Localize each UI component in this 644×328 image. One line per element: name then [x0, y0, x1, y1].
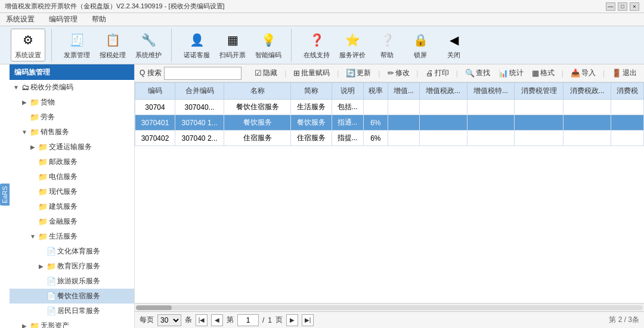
tree-toggle-goods[interactable]: ▶ [20, 98, 29, 107]
horizontal-scrollbar[interactable] [135, 303, 644, 311]
tree-item-education[interactable]: ▶ 📁 教育医疗服务 [10, 259, 134, 274]
tree-label-sales: 销售服务 [41, 127, 69, 137]
total-pages: 1 [268, 316, 272, 324]
update-label: 更新 [357, 68, 371, 78]
tree-item-culture[interactable]: ▶ 📄 文化体育服务 [10, 244, 134, 259]
tree-toggle-life[interactable]: ▼ [29, 233, 37, 241]
toolbar-scan-invoice[interactable]: ▦ 扫码开票 [216, 29, 249, 61]
title-bar-buttons: — □ × [606, 2, 639, 11]
tax-icon: 📋 [103, 30, 122, 49]
cell-abbr-1: 生活服务 [291, 100, 332, 115]
cell-code-2: 3070401 [135, 115, 175, 131]
maximize-button[interactable]: □ [618, 2, 627, 11]
prev-page-btn[interactable]: ◀ [211, 314, 223, 326]
last-page-btn[interactable]: ▶| [302, 314, 314, 326]
tree-label-construct: 建筑服务 [49, 202, 78, 212]
tree-item-catering[interactable]: ▶ 📄 餐饮住宿服务 [10, 289, 134, 304]
tree-item-finance[interactable]: ▶ 📁 金融服务 [10, 214, 134, 229]
import-btn[interactable]: 📥 导入 [568, 67, 598, 79]
batch-icon: ⊞ [293, 69, 300, 78]
page-size-select[interactable]: 30 50 100 [157, 314, 181, 326]
toolbar-lock-screen[interactable]: 🔒 锁屏 [405, 29, 436, 61]
table-row[interactable]: 3070402 307040 2... 住宿服务 住宿服务 指提... 6% [135, 131, 644, 146]
tree-item-construct[interactable]: ▶ 📁 建筑服务 [10, 199, 134, 214]
tree-toggle-transport[interactable]: ▶ [29, 143, 37, 151]
tree-toggle-education[interactable]: ▶ [37, 262, 45, 271]
menu-help[interactable]: 帮助 [88, 13, 110, 26]
tree-toggle-sales[interactable]: ▼ [20, 128, 29, 137]
cell-name-1: 餐饮住宿服务 [224, 100, 291, 115]
tree-toggle-root[interactable]: ▼ [12, 83, 20, 92]
update-btn[interactable]: 🔄 更新 [343, 67, 373, 79]
cell-desc-2: 指通... [332, 115, 363, 131]
actions-right: ☑ 隐藏 | ⊞ 批量赋码 | 🔄 更新 | ✏ 修改 | [252, 67, 639, 79]
toolbar-system-settings[interactable]: ⚙ 系统设置 [11, 29, 45, 61]
tree-label-transport: 交通运输服务 [49, 142, 92, 152]
col-consume-mgmt: 消费税管理 [515, 83, 564, 100]
tree-item-transport[interactable]: ▶ 📁 交通运输服务 [10, 140, 134, 154]
tree-item-tourism[interactable]: ▶ 📄 旅游娱乐服务 [10, 274, 134, 289]
print-btn[interactable]: 🖨 打印 [423, 67, 451, 79]
maintenance-icon: 🔧 [139, 30, 158, 49]
toolbar-tax-label: 报税处理 [100, 51, 126, 60]
scan-icon: ▦ [223, 30, 242, 49]
query-btn[interactable]: 🔍 查找 [463, 67, 493, 79]
menu-code-management[interactable]: 编码管理 [45, 13, 81, 26]
toolbar-help[interactable]: ❔ 帮助 [371, 29, 402, 61]
help-icon: ❔ [377, 30, 397, 49]
tree-toggle-intangible[interactable]: ▶ [20, 322, 29, 329]
tree-item-root[interactable]: ▼ 🗂 税收分类编码 [10, 80, 134, 95]
batch-btn[interactable]: ⊞ 批量赋码 [291, 67, 332, 79]
tree-item-post[interactable]: ▶ 📁 邮政服务 [10, 154, 134, 169]
content-area: EaRS 编码族管理 ▼ 🗂 税收分类编码 ▶ 📁 货物 [0, 64, 644, 328]
tree-item-modern[interactable]: ▶ 📁 现代服务 [10, 184, 134, 199]
tree-label-catering: 餐饮住宿服务 [57, 291, 100, 301]
toolbar-service-rating[interactable]: ⭐ 服务评价 [336, 29, 369, 61]
minimize-button[interactable]: — [606, 2, 615, 11]
tree-item-life[interactable]: ▼ 📁 生活服务 [10, 229, 134, 244]
exit-icon: 🚪 [612, 69, 621, 78]
toolbar-system-maintenance[interactable]: 🔧 系统维护 [132, 29, 165, 61]
toolbar-tax-processing[interactable]: 📋 报税处理 [96, 29, 129, 61]
cell-con1-2 [515, 115, 564, 131]
menu-system-settings[interactable]: 系统设置 [2, 13, 38, 26]
toolbar-online-support[interactable]: ❓ 在线支持 [300, 29, 333, 61]
toolbar-customer-service[interactable]: 👤 诺诺客服 [180, 29, 213, 61]
stats-btn[interactable]: 📊 统计 [496, 67, 526, 79]
table-row[interactable]: 3070401 307040 1... 餐饮服务 餐饮服务 指通... 6% [135, 115, 644, 131]
tree-item-goods[interactable]: ▶ 📁 货物 [10, 95, 134, 110]
grid-btn[interactable]: ▦ 格式 [530, 67, 557, 79]
exit-label: 退出 [623, 68, 637, 78]
table-row[interactable]: 30704 307040... 餐饮住宿服务 生活服务 包括... [135, 100, 644, 115]
modify-btn[interactable]: ✏ 修改 [385, 67, 412, 79]
tree-item-residents[interactable]: ▶ 📄 居民日常服务 [10, 304, 134, 318]
scroll-track [136, 305, 643, 310]
toolbar-smart-code[interactable]: 💡 智能编码 [252, 29, 285, 61]
tree-label-telecom: 电信服务 [49, 172, 78, 182]
tree-item-intangible[interactable]: ▶ 📁 无形资产 [10, 318, 134, 328]
first-page-btn[interactable]: |◀ [196, 314, 208, 326]
footer-right-info: 第 2 / 3条 [609, 315, 639, 325]
tree-item-telecom[interactable]: ▶ 📁 电信服务 [10, 169, 134, 184]
sidebar-header: 编码族管理 [10, 64, 134, 80]
ears-label[interactable]: EaRS [0, 184, 10, 206]
cell-name-2: 餐饮服务 [224, 115, 291, 131]
of-label: / [262, 316, 264, 324]
toolbar-close[interactable]: ◀ 关闭 [438, 29, 469, 61]
close-button[interactable]: × [630, 2, 639, 11]
toolbar-invoice-mgmt[interactable]: 🧾 发票管理 [60, 29, 94, 61]
tree-item-labor[interactable]: ▶ 📁 劳务 [10, 110, 134, 125]
search-input[interactable] [164, 67, 242, 80]
scroll-thumb[interactable] [136, 305, 172, 310]
exit-btn[interactable]: 🚪 退出 [609, 67, 639, 79]
toolbar-invoice-label: 发票管理 [64, 51, 90, 60]
tree-item-sales[interactable]: ▼ 📁 销售服务 [10, 125, 134, 140]
cell-abbr-2: 餐饮服务 [291, 115, 332, 131]
hide-btn[interactable]: ☑ 隐藏 [252, 67, 280, 79]
toolbar-smart-label: 智能编码 [255, 51, 281, 60]
print-label: 打印 [435, 68, 449, 78]
menu-bar: 系统设置 编码管理 帮助 [0, 13, 644, 26]
tree-label-tourism: 旅游娱乐服务 [57, 276, 100, 286]
page-input[interactable] [237, 314, 259, 326]
next-page-btn[interactable]: ▶ [286, 314, 298, 326]
